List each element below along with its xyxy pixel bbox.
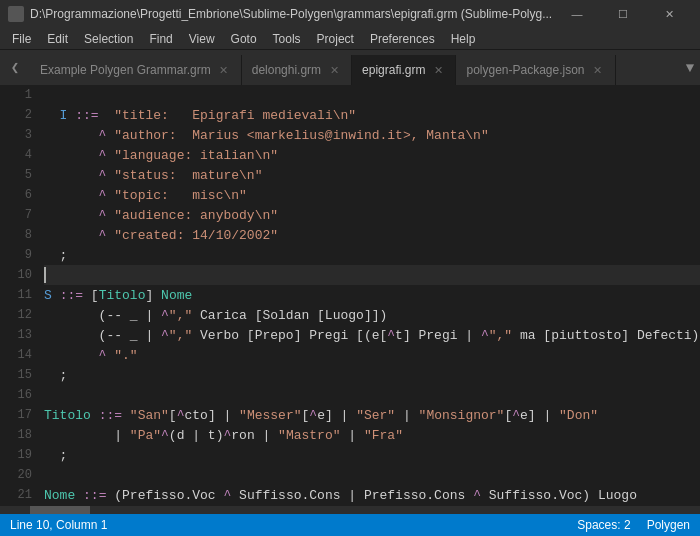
tab-epigrafi[interactable]: epigrafi.grm ✕: [352, 55, 456, 85]
cursor-position: Line 10, Column 1: [10, 518, 107, 532]
gutter-10: 10: [0, 265, 40, 285]
menu-edit[interactable]: Edit: [39, 28, 76, 50]
code-line-15: ;: [44, 365, 700, 385]
menu-bar: File Edit Selection Find View Goto Tools…: [0, 28, 700, 50]
code-line-11: S ::= [Titolo] Nome: [44, 285, 700, 305]
gutter-8: 8: [0, 225, 40, 245]
code-line-18: | "Pa"^(d | t)^ron | "Mastro" | "Fra": [44, 425, 700, 445]
tab-label: polygen-Package.json: [466, 63, 584, 77]
menu-project[interactable]: Project: [309, 28, 362, 50]
line-numbers: 1 2 3 4 5 6 7 8 9 10 11 12 13 14 15 16 1…: [0, 85, 40, 506]
code-line-14: ^ ".": [44, 345, 700, 365]
tab-bar: ❮ Example Polygen Grammar.grm ✕ delonghi…: [0, 50, 700, 85]
title-bar: D:\Programmazione\Progetti_Embrione\Subl…: [0, 0, 700, 28]
tab-nav-right[interactable]: ▼: [680, 50, 700, 85]
menu-view[interactable]: View: [181, 28, 223, 50]
syntax-indicator[interactable]: Polygen: [647, 518, 690, 532]
tab-label: epigrafi.grm: [362, 63, 425, 77]
code-line-9: ;: [44, 245, 700, 265]
gutter-4: 4: [0, 145, 40, 165]
tab-close-delonghi[interactable]: ✕: [327, 63, 341, 77]
code-line-16: [44, 385, 700, 405]
code-line-3: ^ "author: Marius <markelius@inwind.it>,…: [44, 125, 700, 145]
gutter-19: 19: [0, 445, 40, 465]
gutter-14: 14: [0, 345, 40, 365]
gutter-20: 20: [0, 465, 40, 485]
gutter-6: 6: [0, 185, 40, 205]
code-line-4: ^ "language: italian\n": [44, 145, 700, 165]
code-line-13: (-- _ | ^"," Verbo [Prepo] Pregi [(e[^t]…: [44, 325, 700, 345]
scroll-thumb[interactable]: [30, 506, 90, 514]
menu-find[interactable]: Find: [141, 28, 180, 50]
tab-polygen-package[interactable]: polygen-Package.json ✕: [456, 55, 615, 85]
code-line-12: (-- _ | ^"," Carica [Soldan [Luogo]]): [44, 305, 700, 325]
gutter-12: 12: [0, 305, 40, 325]
code-line-2: I ::= "title: Epigrafi medievali\n": [44, 105, 700, 125]
code-area[interactable]: I ::= "title: Epigrafi medievali\n" ^ "a…: [40, 85, 700, 506]
menu-preferences[interactable]: Preferences: [362, 28, 443, 50]
tab-delonghi[interactable]: delonghi.grm ✕: [242, 55, 352, 85]
gutter-9: 9: [0, 245, 40, 265]
minimize-button[interactable]: —: [554, 0, 600, 28]
gutter-13: 13: [0, 325, 40, 345]
tab-close-example[interactable]: ✕: [217, 63, 231, 77]
app-icon: [8, 6, 24, 22]
gutter-5: 5: [0, 165, 40, 185]
tab-label: delonghi.grm: [252, 63, 321, 77]
menu-file[interactable]: File: [4, 28, 39, 50]
code-line-1: [44, 85, 700, 105]
code-line-10: [44, 265, 700, 285]
gutter-3: 3: [0, 125, 40, 145]
menu-goto[interactable]: Goto: [223, 28, 265, 50]
code-line-7: ^ "audience: anybody\n": [44, 205, 700, 225]
menu-tools[interactable]: Tools: [265, 28, 309, 50]
editor[interactable]: 1 2 3 4 5 6 7 8 9 10 11 12 13 14 15 16 1…: [0, 85, 700, 506]
menu-selection[interactable]: Selection: [76, 28, 141, 50]
tab-nav-left[interactable]: ❮: [0, 50, 30, 85]
tab-close-epigrafi[interactable]: ✕: [431, 63, 445, 77]
gutter-1: 1: [0, 85, 40, 105]
gutter-17: 17: [0, 405, 40, 425]
scrollbar[interactable]: [0, 506, 700, 514]
code-line-17: Titolo ::= "San"[^cto] | "Messer"[^e] | …: [44, 405, 700, 425]
window-title: D:\Programmazione\Progetti_Embrione\Subl…: [30, 7, 552, 21]
gutter-18: 18: [0, 425, 40, 445]
status-right: Spaces: 2 Polygen: [577, 518, 690, 532]
tab-example-grm[interactable]: Example Polygen Grammar.grm ✕: [30, 55, 242, 85]
gutter-21: 21: [0, 485, 40, 505]
code-line-6: ^ "topic: misc\n": [44, 185, 700, 205]
status-left: Line 10, Column 1: [10, 518, 107, 532]
spaces-indicator[interactable]: Spaces: 2: [577, 518, 630, 532]
window-controls: — ☐ ✕: [554, 0, 692, 28]
gutter-15: 15: [0, 365, 40, 385]
maximize-button[interactable]: ☐: [600, 0, 646, 28]
code-line-20: [44, 465, 700, 485]
gutter-7: 7: [0, 205, 40, 225]
gutter-2: 2: [0, 105, 40, 125]
menu-help[interactable]: Help: [443, 28, 484, 50]
code-line-8: ^ "created: 14/10/2002": [44, 225, 700, 245]
code-line-21: Nome ::= (Prefisso.Voc ^ Suffisso.Cons |…: [44, 485, 700, 505]
code-line-19: ;: [44, 445, 700, 465]
code-line-5: ^ "status: mature\n": [44, 165, 700, 185]
gutter-11: 11: [0, 285, 40, 305]
tab-close-polygen[interactable]: ✕: [591, 63, 605, 77]
tab-label: Example Polygen Grammar.grm: [40, 63, 211, 77]
close-button[interactable]: ✕: [646, 0, 692, 28]
gutter-16: 16: [0, 385, 40, 405]
status-bar: Line 10, Column 1 Spaces: 2 Polygen: [0, 514, 700, 536]
